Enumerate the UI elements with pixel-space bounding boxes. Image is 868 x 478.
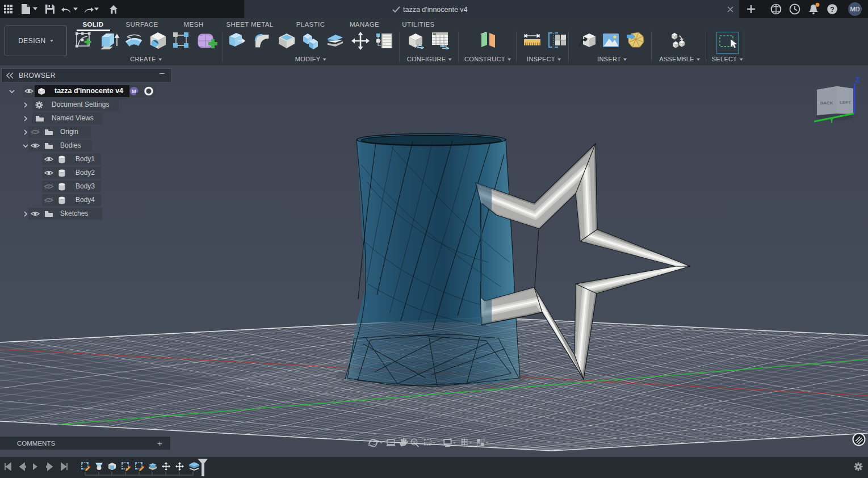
svg-text:BACK: BACK <box>820 100 833 106</box>
svg-text:M: M <box>132 88 136 94</box>
svg-text:Z: Z <box>856 76 859 84</box>
svg-text:MD: MD <box>850 6 859 12</box>
svg-text:?: ? <box>830 6 834 14</box>
svg-text:LEFT: LEFT <box>840 100 851 105</box>
svg-text:tazza d'innocente v4: tazza d'innocente v4 <box>403 6 468 14</box>
svg-text:Y: Y <box>829 116 834 124</box>
